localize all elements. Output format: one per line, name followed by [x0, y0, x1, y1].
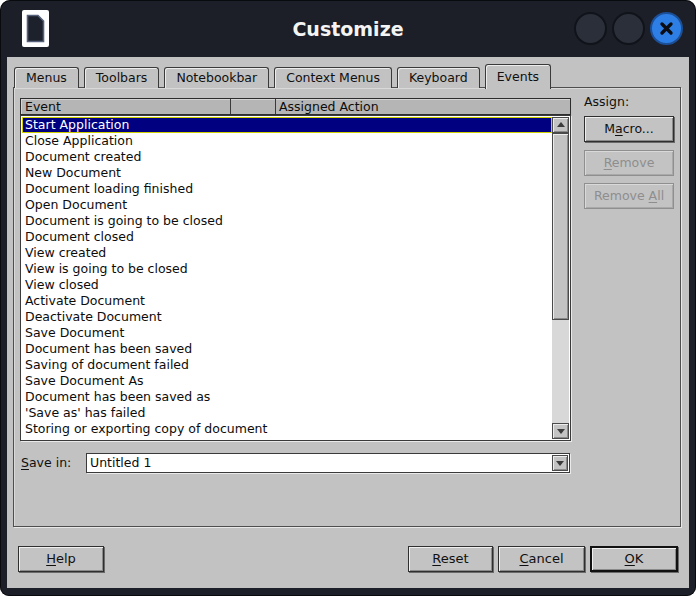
titlebar: Customize [0, 0, 696, 57]
save-in-combobox[interactable]: Untitled 1 [86, 453, 570, 473]
close-button[interactable] [650, 12, 683, 45]
scroll-up-button[interactable] [552, 117, 569, 133]
event-row[interactable]: 'Save as' has failed [22, 405, 552, 421]
tab-toolbars[interactable]: Toolbars [84, 67, 160, 88]
close-icon [659, 21, 674, 36]
event-row[interactable]: View is going to be closed [22, 261, 552, 277]
button-label: C [519, 551, 528, 566]
tab-bar: MenusToolbarsNotebookbarContext MenusKey… [14, 63, 556, 88]
event-row[interactable]: Document has been saved [22, 341, 552, 357]
button-label: ancel [529, 551, 564, 566]
event-row[interactable]: View closed [22, 277, 552, 293]
tab-events[interactable]: Events [485, 64, 551, 89]
ok-button[interactable]: OK [590, 546, 678, 572]
button-label: emove [612, 155, 655, 170]
event-row[interactable]: Deactivate Document [22, 309, 552, 325]
assign-label: Assign: [584, 94, 629, 109]
button-label: M [604, 121, 615, 136]
cancel-button[interactable]: Cancel [498, 546, 585, 572]
event-listbox: Start ApplicationClose ApplicationDocume… [20, 115, 571, 441]
tab-menus[interactable]: Menus [14, 67, 79, 88]
vertical-scrollbar[interactable] [552, 117, 569, 439]
label-text: S [21, 455, 29, 470]
dropdown-arrow-icon [556, 461, 564, 466]
button-label: ll [657, 188, 664, 203]
event-row[interactable]: Save Document As [22, 373, 552, 389]
column-divider [275, 99, 276, 114]
button-label: a [615, 121, 623, 136]
event-row[interactable]: New Document [22, 165, 552, 181]
remove-button[interactable]: Remove [584, 150, 674, 176]
event-row[interactable]: Saving of document failed [22, 357, 552, 373]
event-row[interactable]: Document has been saved as [22, 389, 552, 405]
event-row[interactable]: Document closed [22, 229, 552, 245]
column-header-event: Event [25, 99, 61, 114]
button-label: H [46, 551, 56, 566]
event-row[interactable]: Close Application [22, 133, 552, 149]
event-row[interactable]: Document created [22, 149, 552, 165]
event-row[interactable]: View created [22, 245, 552, 261]
button-label: R [432, 551, 440, 566]
button-label: eset [441, 551, 469, 566]
event-row[interactable]: Storing or exporting copy of document [22, 421, 552, 437]
event-row[interactable]: Document is going to be closed [22, 213, 552, 229]
save-in-label: Save in: [21, 455, 71, 470]
button-label: Remove [594, 188, 649, 203]
button-label: O [625, 551, 635, 566]
scroll-down-button[interactable] [552, 423, 569, 439]
button-label: K [635, 551, 644, 566]
event-row[interactable]: Activate Document [22, 293, 552, 309]
event-row[interactable]: Save Document [22, 325, 552, 341]
help-button[interactable]: Help [18, 546, 104, 572]
button-label: elp [56, 551, 76, 566]
remove-all-button[interactable]: Remove All [584, 183, 674, 209]
label-text: ave in: [29, 455, 71, 470]
button-label: A [649, 188, 658, 203]
dialog-body: MenusToolbarsNotebookbarContext MenusKey… [7, 57, 689, 588]
tab-notebookbar[interactable]: Notebookbar [164, 67, 269, 88]
up-arrow-icon [557, 122, 565, 127]
event-row[interactable]: Start Application [22, 117, 552, 133]
button-label: R [604, 155, 612, 170]
event-row[interactable]: Document loading finished [22, 181, 552, 197]
macro-button[interactable]: Macro... [584, 116, 674, 142]
maximize-button[interactable] [612, 12, 645, 45]
tab-context-menus[interactable]: Context Menus [274, 67, 392, 88]
events-tab-panel: Event Assigned Action Start ApplicationC… [13, 87, 681, 527]
column-divider [230, 99, 231, 114]
combobox-dropdown-button[interactable] [552, 455, 568, 471]
tab-keyboard[interactable]: Keyboard [397, 67, 480, 88]
column-header-assigned-action: Assigned Action [279, 99, 379, 114]
list-header: Event Assigned Action [20, 98, 571, 115]
scrollbar-thumb[interactable] [552, 133, 569, 320]
reset-button[interactable]: Reset [408, 546, 493, 572]
down-arrow-icon [557, 429, 565, 434]
event-row[interactable]: Open Document [22, 197, 552, 213]
save-in-value: Untitled 1 [90, 455, 151, 471]
event-list[interactable]: Start ApplicationClose ApplicationDocume… [22, 117, 552, 439]
customize-dialog: Customize MenusToolbarsNotebookbarContex… [0, 0, 696, 596]
button-label: cro... [623, 121, 654, 136]
minimize-button[interactable] [574, 12, 607, 45]
